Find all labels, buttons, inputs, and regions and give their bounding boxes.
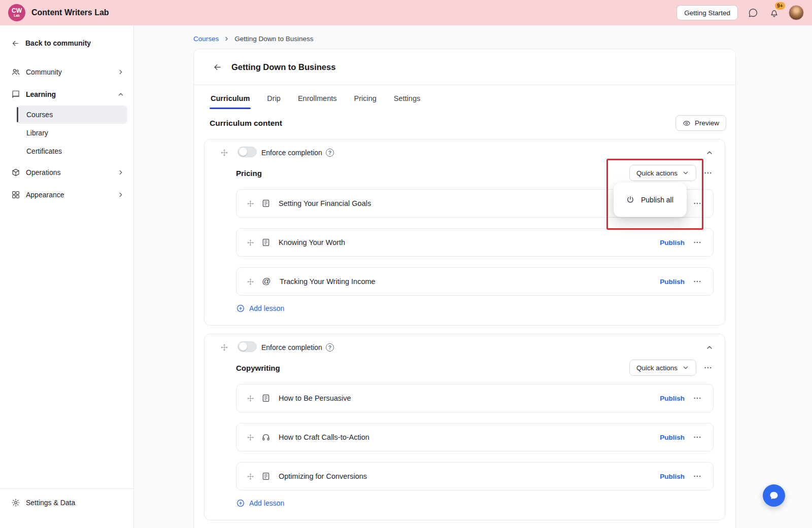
document-icon [261, 238, 270, 247]
topbar: CW Lab Content Writers Lab Getting Start… [0, 0, 812, 25]
chevron-right-icon [117, 191, 124, 198]
enforce-completion-label: Enforce completion [261, 149, 322, 157]
drag-handle-icon[interactable] [247, 239, 254, 247]
drag-handle-icon[interactable] [220, 149, 228, 157]
more-options-button[interactable] [692, 237, 703, 248]
ellipsis-icon [693, 433, 702, 442]
lesson-list: How to Be Persuasive Publish How to Craf… [236, 384, 714, 490]
lesson-title: Tracking Your Writing Income [280, 277, 376, 286]
ellipsis-icon [693, 277, 702, 286]
tab-bar: Curriculum Drip Enrollments Pricing Sett… [194, 85, 735, 109]
notifications-icon[interactable]: 9+ [767, 6, 781, 19]
add-lesson-button[interactable]: Add lesson [236, 499, 284, 508]
publish-link[interactable]: Publish [660, 395, 685, 402]
publish-link[interactable]: Publish [660, 239, 685, 247]
enforce-completion-toggle[interactable] [238, 147, 257, 157]
sidebar-item-learning[interactable]: Learning [0, 83, 133, 105]
tab-pricing[interactable]: Pricing [353, 85, 378, 109]
drag-handle-icon[interactable] [247, 473, 254, 480]
section-title-row: Copywriting Quick actions [236, 359, 714, 377]
document-icon [261, 394, 270, 403]
menu-item-publish-all[interactable]: Publish all [641, 196, 673, 204]
plus-circle-icon [236, 304, 245, 313]
sidebar-item-certificates[interactable]: Certificates [17, 142, 127, 160]
section-title: Copywriting [236, 364, 280, 372]
tab-enrollments[interactable]: Enrollments [297, 85, 338, 109]
lesson-title: Knowing Your Worth [279, 238, 345, 247]
sidebar-item-appearance[interactable]: Appearance [0, 184, 133, 206]
back-to-community-link[interactable]: Back to community [0, 38, 133, 49]
chevron-up-icon [117, 91, 124, 98]
enforce-completion-toggle[interactable] [238, 341, 257, 352]
drag-handle-icon[interactable] [247, 434, 254, 441]
more-options-button[interactable] [702, 167, 714, 179]
sidebar-item-library[interactable]: Library [17, 124, 127, 142]
sidebar-item-operations[interactable]: Operations [0, 161, 133, 184]
avatar[interactable] [789, 5, 804, 20]
lesson-row-optimizing-for-conversions[interactable]: Optimizing for Conversions Publish [236, 462, 714, 490]
help-icon[interactable]: ? [326, 343, 334, 351]
chevron-up-icon [705, 343, 714, 351]
getting-started-button[interactable]: Getting Started [676, 5, 738, 20]
power-icon [626, 195, 635, 204]
quick-actions-button[interactable]: Quick actions [629, 165, 696, 181]
curriculum-content-header: Curriculum content Preview [194, 115, 735, 131]
lesson-row-tracking-your-writing-income[interactable]: @ Tracking Your Writing Income Publish [236, 267, 714, 296]
chat-bubble-icon [768, 490, 780, 501]
lesson-title: How to Craft Calls-to-Action [279, 433, 369, 441]
chevron-up-icon [705, 149, 714, 157]
curriculum-content-heading: Curriculum content [210, 119, 282, 128]
more-options-button[interactable] [692, 276, 703, 287]
more-options-button[interactable] [692, 432, 703, 443]
help-icon[interactable]: ? [326, 149, 334, 157]
drag-handle-icon[interactable] [220, 343, 228, 351]
sidebar-item-courses[interactable]: Courses [17, 105, 127, 124]
collapse-section-button[interactable] [705, 343, 714, 351]
notification-badge: 9+ [775, 2, 785, 10]
chevron-down-icon [682, 169, 689, 177]
lesson-row-how-to-craft-calls-to-action[interactable]: How to Craft Calls-to-Action Publish [236, 423, 714, 451]
ellipsis-icon [693, 238, 702, 247]
add-lesson-button[interactable]: Add lesson [236, 304, 284, 313]
breadcrumb-courses-link[interactable]: Courses [193, 35, 219, 43]
section-pricing: Enforce completion ? Pricing Quick actio… [204, 139, 725, 326]
tab-curriculum[interactable]: Curriculum [210, 85, 251, 109]
breadcrumb-current: Getting Down to Business [234, 35, 313, 43]
at-icon: @ [261, 276, 272, 287]
breadcrumb: Courses Getting Down to Business [193, 33, 812, 44]
more-options-button[interactable] [692, 198, 703, 209]
ellipsis-icon [693, 472, 702, 481]
publish-link[interactable]: Publish [660, 278, 685, 286]
section-title: Pricing [236, 169, 262, 178]
more-options-button[interactable] [692, 471, 703, 482]
tab-drip[interactable]: Drip [266, 85, 282, 109]
publish-link[interactable]: Publish [660, 473, 685, 480]
quick-actions-button[interactable]: Quick actions [629, 360, 696, 376]
headphones-icon [261, 433, 270, 442]
collapse-section-button[interactable] [705, 149, 714, 157]
drag-handle-icon[interactable] [247, 395, 254, 402]
page-card: Getting Down to Business Curriculum Drip… [193, 49, 736, 528]
quick-actions-menu: Publish all [614, 183, 687, 217]
publish-link[interactable]: Publish [660, 434, 685, 441]
chat-launcher-button[interactable] [763, 484, 785, 507]
chevron-right-icon [223, 36, 230, 42]
settings-and-data-link[interactable]: Settings & Data [11, 498, 75, 507]
sidebar-item-community[interactable]: Community [0, 61, 133, 83]
plus-circle-icon [236, 499, 245, 508]
preview-button[interactable]: Preview [675, 115, 726, 131]
eye-icon [683, 119, 691, 127]
tab-settings[interactable]: Settings [393, 85, 421, 109]
gear-icon [11, 498, 20, 507]
app-logo[interactable]: CW Lab [8, 4, 25, 21]
more-options-button[interactable] [702, 362, 714, 373]
drag-handle-icon[interactable] [247, 278, 254, 286]
main-content: Courses Getting Down to Business Getting… [134, 25, 812, 528]
lesson-row-knowing-your-worth[interactable]: Knowing Your Worth Publish [236, 228, 714, 257]
page-header: Getting Down to Business [194, 49, 735, 85]
more-options-button[interactable] [692, 393, 703, 404]
messages-icon[interactable] [746, 6, 759, 19]
drag-handle-icon[interactable] [247, 200, 254, 207]
back-button[interactable] [213, 62, 222, 72]
lesson-row-how-to-be-persuasive[interactable]: How to Be Persuasive Publish [236, 384, 714, 412]
